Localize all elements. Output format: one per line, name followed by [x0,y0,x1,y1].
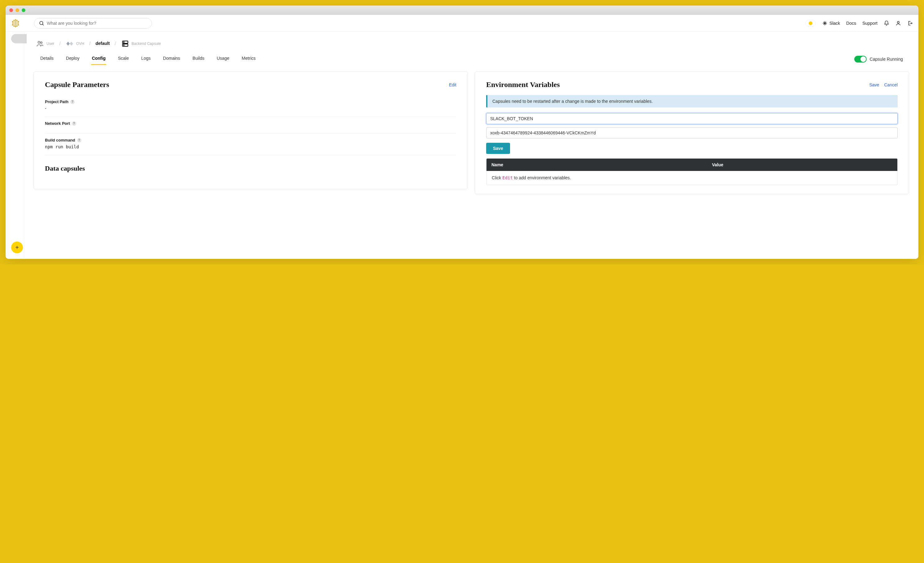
param-project-path-value: - [45,106,456,111]
svg-point-15 [40,21,43,25]
help-icon[interactable]: ? [70,100,75,104]
maximize-window-icon[interactable] [22,8,26,12]
status-indicator[interactable] [806,20,816,27]
capsule-status-label: Capsule Running [870,57,903,61]
breadcrumb: User / OVH / default / [33,35,909,49]
restart-notice: Capsules need to be restarted after a ch… [486,95,898,108]
breadcrumb-project[interactable]: default [95,41,110,46]
param-build-command-value: npm run build [45,144,456,149]
env-vars-card: Environment Variables Save Cancel Capsul… [475,72,909,194]
breadcrumb-provider[interactable]: OVH [66,40,84,48]
env-key-input[interactable] [486,113,898,124]
svg-point-26 [123,42,124,42]
edit-keyword: Edit [502,175,513,180]
capsule-status: Capsule Running [854,56,903,63]
param-network-port: Network Port? [45,117,456,133]
add-button[interactable]: + [11,241,23,253]
slack-label: Slack [830,21,840,26]
cancel-env-link[interactable]: Cancel [884,82,898,87]
account-button[interactable] [896,21,901,26]
user-icon [896,21,901,26]
tabs: DetailsDeployConfigScaleLogsDomainsBuild… [33,49,909,65]
slack-link[interactable]: Slack [822,21,840,26]
search-icon [39,21,44,26]
docs-link[interactable]: Docs [846,21,856,26]
svg-point-22 [38,41,40,43]
svg-point-23 [40,42,42,43]
app-window: Slack Docs Support [6,6,918,259]
env-col-name: Name [491,162,712,167]
provider-icon [66,40,74,48]
tab-deploy[interactable]: Deploy [65,53,80,65]
svg-point-14 [18,24,19,25]
support-link[interactable]: Support [862,21,878,26]
capsule-running-toggle[interactable] [854,56,867,63]
svg-point-12 [16,25,18,27]
svg-point-5 [12,21,14,22]
tab-scale[interactable]: Scale [117,53,129,65]
close-window-icon[interactable] [9,8,13,12]
tab-builds[interactable]: Builds [192,53,205,65]
tab-config[interactable]: Config [91,53,106,65]
breadcrumb-project-label: default [95,41,110,46]
help-icon[interactable]: ? [72,121,76,126]
slack-icon [822,21,828,26]
env-value-input[interactable] [486,127,898,138]
minimize-window-icon[interactable] [15,8,19,12]
tab-details[interactable]: Details [40,53,54,65]
data-capsules-heading: Data capsules [45,165,456,172]
env-col-value: Value [712,162,892,167]
tab-metrics[interactable]: Metrics [241,53,256,65]
main-content: User / OVH / default / [24,31,918,259]
svg-point-9 [15,19,16,20]
tab-domains[interactable]: Domains [162,53,181,65]
save-env-link[interactable]: Save [869,82,879,87]
sidebar [6,31,24,259]
svg-point-10 [15,26,16,27]
tab-usage[interactable]: Usage [216,53,230,65]
svg-point-27 [123,45,124,45]
capsule-parameters-title: Capsule Parameters [45,81,109,89]
breadcrumb-capsule[interactable]: Backend Capsule [121,40,161,48]
logout-button[interactable] [907,21,913,26]
app-logo[interactable] [8,19,24,28]
env-empty-row: Click Edit to add environment variables. [486,171,897,185]
param-build-command: Build command? npm run build [45,133,456,155]
topbar: Slack Docs Support [6,15,918,31]
help-icon[interactable]: ? [77,138,81,142]
users-icon [36,40,44,48]
app-root: Slack Docs Support [6,15,918,259]
svg-point-21 [897,21,899,23]
svg-point-8 [14,25,15,27]
capsule-parameters-card: Capsule Parameters Edit Project Path? - … [33,72,468,189]
svg-point-7 [14,19,15,21]
breadcrumb-capsule-label: Backend Capsule [132,42,161,46]
tab-logs[interactable]: Logs [141,53,151,65]
logout-icon [907,21,913,26]
param-project-path: Project Path? - [45,95,456,117]
svg-line-16 [42,24,44,25]
server-icon [121,40,129,48]
notifications-button[interactable] [884,21,889,26]
logo-icon [11,19,20,28]
sidebar-collapsed-pill[interactable] [11,34,27,43]
env-table: Name Value Click Edit to add environment… [486,158,898,185]
status-dot-icon [809,21,813,25]
svg-point-11 [16,19,18,21]
save-env-button[interactable]: Save [486,143,510,154]
breadcrumb-provider-label: OVH [76,42,84,46]
svg-point-6 [12,24,14,25]
search-box[interactable] [34,18,152,28]
bell-icon [884,21,889,26]
window-titlebar [6,6,918,15]
breadcrumb-user-label: User [46,42,54,46]
env-vars-title: Environment Variables [486,81,560,89]
search-input[interactable] [47,21,147,26]
breadcrumb-user[interactable]: User [36,40,54,48]
svg-point-13 [18,21,19,22]
edit-parameters-button[interactable]: Edit [449,82,456,87]
